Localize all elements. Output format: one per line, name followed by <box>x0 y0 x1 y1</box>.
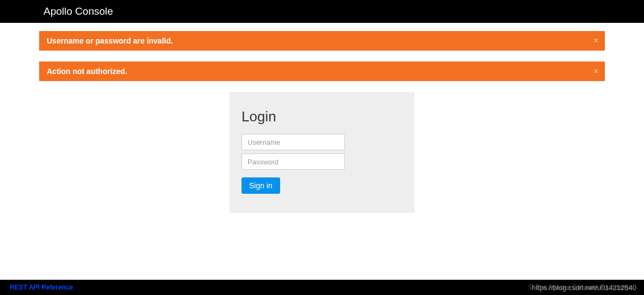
close-icon[interactable]: × <box>593 67 598 76</box>
password-input[interactable] <box>242 153 345 170</box>
signin-button[interactable]: Sign in <box>242 177 280 194</box>
main-container: Username or password are invalid. × Acti… <box>39 23 605 213</box>
alert-invalid-credentials: Username or password are invalid. × <box>39 31 605 51</box>
watermark: https://blog.csdn.net/u014212540 <box>532 284 636 292</box>
app-title: Apollo Console <box>44 5 113 17</box>
alert-message: Action not authorized. <box>47 67 127 76</box>
navbar: Apollo Console <box>0 0 644 23</box>
alert-message: Username or password are invalid. <box>47 36 173 45</box>
login-title: Login <box>242 108 403 125</box>
footer-left: REST API Reference <box>10 284 73 291</box>
username-input[interactable] <box>242 134 345 150</box>
login-panel: Login Sign in <box>230 92 414 213</box>
close-icon[interactable]: × <box>593 36 598 45</box>
alert-not-authorized: Action not authorized. × <box>39 62 605 81</box>
rest-api-link[interactable]: REST API Reference <box>10 284 73 291</box>
